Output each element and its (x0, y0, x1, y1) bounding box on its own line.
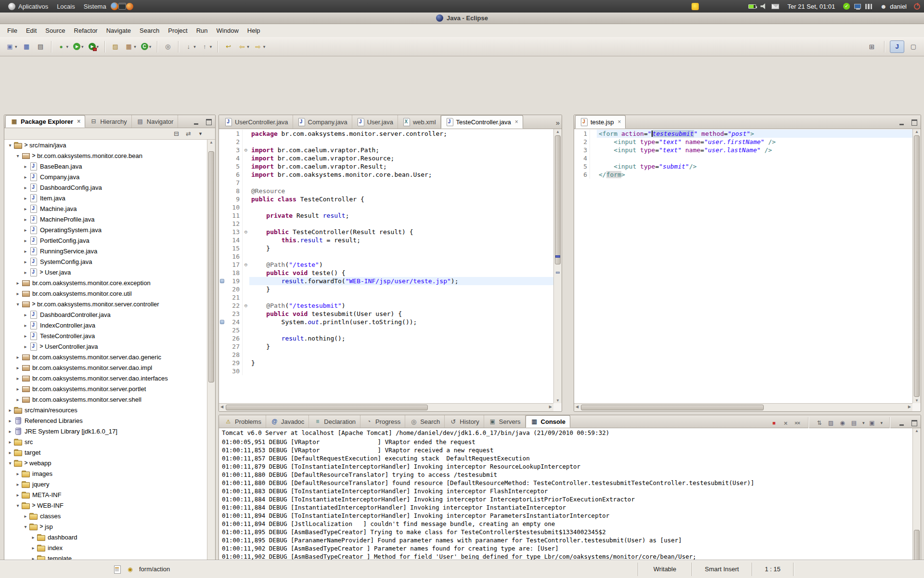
tree-item-systemconfig-java[interactable]: ▸SystemConfig.java (4, 256, 207, 267)
maximize-view-button[interactable] (910, 118, 919, 127)
tab-usercontroller-java[interactable]: UserController.java (220, 115, 293, 129)
editor-horizontal-scrollbar[interactable] (219, 403, 553, 411)
code-line[interactable]: 10 (219, 203, 553, 211)
signal-icon[interactable] (865, 4, 872, 9)
tree-item-referenced-libraries[interactable]: ▸Referenced Libraries (4, 415, 207, 426)
code-line[interactable]: 7 (219, 179, 553, 187)
expand-arrow-icon[interactable]: ▸ (14, 492, 22, 498)
tab-problems[interactable]: Problems (220, 415, 266, 428)
expand-arrow-icon[interactable]: ▸ (22, 259, 29, 264)
code-line[interactable]: 11 private Result result; (219, 211, 553, 220)
expand-arrow-icon[interactable]: ▸ (6, 407, 14, 413)
tree-item-br-com-oaksystems-monitor-server-dao-interfaces[interactable]: ▸br.com.oaksystems.monitor.server.dao.in… (4, 373, 207, 383)
dropdown-arrow-icon[interactable]: ▾ (134, 44, 136, 49)
remove-all-launches-icon[interactable] (793, 419, 801, 427)
tree-item-br-com-oaksystems-monitor-server-dao-generic[interactable]: ▸br.com.oaksystems.monitor.server.dao.ge… (4, 352, 207, 362)
expand-arrow-icon[interactable]: ▾ (22, 524, 29, 529)
expand-arrow-icon[interactable]: ▸ (29, 535, 37, 540)
expand-arrow-icon[interactable]: ▸ (22, 164, 29, 169)
package-explorer-tree[interactable]: ▾>src/main/java▾>br.com.oaksystems.monit… (4, 140, 207, 578)
dropdown-arrow-icon[interactable]: ▾ (81, 44, 84, 49)
tab-progress[interactable]: Progress (360, 415, 405, 428)
expand-arrow-icon[interactable]: ▸ (22, 333, 29, 339)
java-perspective-button[interactable] (890, 40, 904, 53)
tab-web-xml[interactable]: web.xml (398, 115, 441, 129)
expand-arrow-icon[interactable]: ▸ (14, 376, 22, 381)
java-editor[interactable]: 1package br.com.oaksystems.monitor.serve… (219, 129, 553, 403)
tab-teste-jsp[interactable]: teste.jsp× (575, 115, 626, 129)
system-menu[interactable]: Sistema (79, 0, 111, 13)
display-console-icon[interactable] (850, 419, 858, 427)
expand-arrow-icon[interactable]: ▾ (14, 503, 22, 508)
terminate-icon[interactable] (770, 419, 778, 427)
menu-file[interactable]: File (3, 24, 22, 37)
tab-search[interactable]: Search (405, 415, 445, 428)
tab-testecontroller-java[interactable]: TesteController.java× (441, 115, 523, 129)
clear-console-icon[interactable] (827, 419, 835, 427)
expand-arrow-icon[interactable]: ▸ (29, 545, 37, 551)
close-icon[interactable]: × (617, 118, 621, 125)
expand-arrow-icon[interactable]: ▸ (22, 270, 29, 275)
tree-item-br-com-oaksystems-monitor-core-exception[interactable]: ▸br.com.oaksystems.monitor.core.exceptio… (4, 277, 207, 288)
back-button[interactable]: ▾ (236, 40, 251, 53)
tab-user-java[interactable]: User.java (352, 115, 398, 129)
expand-arrow-icon[interactable]: ▾ (6, 460, 14, 466)
tree-item-br-com-oaksystems-monitor-server-dao-impl[interactable]: ▸br.com.oaksystems.monitor.server.dao.im… (4, 362, 207, 373)
menu-source[interactable]: Source (41, 24, 69, 37)
save-button[interactable] (20, 40, 33, 53)
code-line[interactable]: 20 } (219, 285, 553, 293)
code-line[interactable]: 6import br.com.oaksystems.monitor.core.b… (219, 171, 553, 179)
expand-arrow-icon[interactable]: ▸ (22, 185, 29, 190)
overview-marker[interactable] (556, 272, 560, 274)
dropdown-arrow-icon[interactable]: ▾ (210, 44, 212, 49)
expand-arrow-icon[interactable]: ▸ (22, 238, 29, 243)
maximize-view-button[interactable] (204, 118, 214, 126)
tree-item-classes[interactable]: ▸classes (4, 511, 207, 521)
tree-item-src[interactable]: ▸src (4, 436, 207, 447)
editor-vertical-scrollbar[interactable] (912, 129, 921, 403)
tree-item-user-java[interactable]: ▸>User.java (4, 267, 207, 277)
scrollbar-thumb[interactable] (581, 405, 764, 410)
tree-item-operatingsystem-java[interactable]: ▸OperatingSystem.java (4, 224, 207, 235)
code-line[interactable]: 17⊖ @Path("/teste") (219, 261, 553, 269)
run-button[interactable]: ▾ (71, 40, 86, 53)
code-line[interactable]: 21 (219, 293, 553, 302)
next-annotation-button[interactable]: ▾ (182, 40, 198, 53)
expand-arrow-icon[interactable]: ▾ (14, 153, 22, 158)
expand-arrow-icon[interactable]: ▸ (22, 323, 29, 328)
new-wizard-button[interactable]: ▾ (4, 40, 19, 53)
expand-arrow-icon[interactable]: ▾ (14, 302, 22, 307)
fold-marker-icon[interactable]: ⊖ (242, 228, 249, 236)
tree-item-machine-java[interactable]: ▸Machine.java (4, 203, 207, 214)
applications-menu[interactable]: Aplicativos (4, 0, 52, 13)
dropdown-arrow-icon[interactable]: ▾ (880, 420, 883, 425)
tree-item-images[interactable]: ▸images (4, 468, 207, 479)
expand-arrow-icon[interactable]: ▸ (6, 418, 14, 423)
scrollbar-thumb[interactable] (555, 135, 561, 264)
tree-item-dashboardcontroller-java[interactable]: ▸DashboardController.java (4, 309, 207, 320)
overview-marker[interactable] (555, 255, 560, 258)
code-line[interactable]: 8@Resource (219, 187, 553, 195)
tab-history[interactable]: History (445, 415, 484, 428)
link-with-editor-icon[interactable] (184, 130, 192, 138)
tree-item-web-inf[interactable]: ▾>WEB-INF (4, 500, 207, 511)
menu-navigate[interactable]: Navigate (102, 24, 135, 37)
expand-arrow-icon[interactable]: ▸ (22, 249, 29, 254)
dropdown-arrow-icon[interactable]: ▾ (263, 44, 266, 49)
dropdown-arrow-icon[interactable]: ▾ (247, 44, 249, 49)
dropdown-arrow-icon[interactable]: ▾ (862, 420, 865, 425)
code-line[interactable]: 27 } (219, 342, 553, 351)
fold-marker-icon[interactable]: ⊖ (242, 261, 249, 269)
open-console-icon[interactable] (868, 419, 876, 427)
terminal-launcher-icon[interactable] (118, 3, 126, 10)
tree-item-br-com-oaksystems-monitor-core-bean[interactable]: ▾>br.com.oaksystems.monitor.core.bean (4, 150, 207, 161)
code-line[interactable]: 18 public void teste() { (219, 269, 553, 277)
tab-declaration[interactable]: Declaration (309, 415, 360, 428)
expand-arrow-icon[interactable]: ▸ (22, 312, 29, 317)
expand-arrow-icon[interactable]: ▸ (14, 291, 22, 296)
tab-console[interactable]: Console (526, 415, 570, 428)
tree-item-basebean-java[interactable]: ▸BaseBean.java (4, 161, 207, 171)
code-line[interactable]: 2 <input type="text" name="user.firstNam… (574, 138, 912, 146)
print-button[interactable] (34, 40, 47, 53)
code-line[interactable]: 1package br.com.oaksystems.monitor.serve… (219, 130, 553, 138)
